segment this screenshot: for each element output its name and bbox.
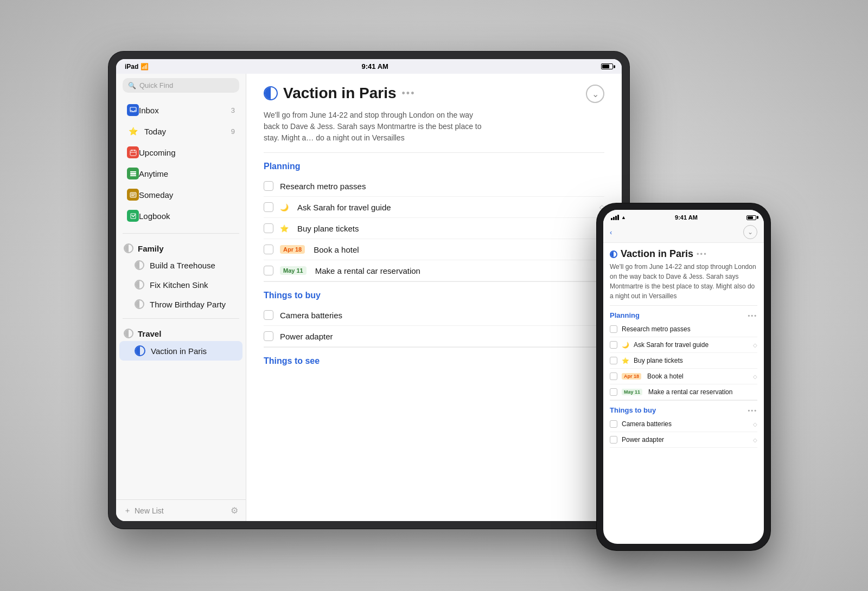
iphone-planning-more[interactable]: ••• — [748, 312, 757, 319]
anytime-label: Anytime — [139, 169, 235, 178]
svg-rect-1 — [130, 150, 136, 156]
logbook-label: Logbook — [139, 211, 235, 221]
iphone-project-title-row: Vaction in Paris ••• — [610, 243, 757, 262]
iphone-battery-icon — [746, 215, 756, 220]
iphone-label-rental: Make a rental car reservation — [648, 388, 757, 396]
ipad-device: iPad 📶 9:41 AM 🔍 Quick Find — [108, 52, 629, 529]
iphone-chevron-button[interactable]: ⌄ — [743, 225, 757, 239]
project-title-row: Vaction in Paris ••• — [264, 85, 415, 102]
iphone-device: ▲ 9:41 AM ‹ ⌄ Vactio — [597, 203, 770, 550]
iphone-deadline-camera: ◇ — [753, 421, 757, 427]
iphone-task-adapter[interactable]: Power adapter ◇ — [610, 432, 757, 448]
family-group-label: Family — [138, 244, 164, 253]
upcoming-icon — [127, 146, 139, 158]
iphone-rental-badge: May 11 — [622, 389, 642, 395]
iphone-checkbox-adapter[interactable] — [610, 436, 617, 444]
task-metro[interactable]: Research metro passes — [264, 176, 604, 197]
inbox-label: Inbox — [139, 106, 231, 115]
iphone-checkbox-camera[interactable] — [610, 420, 617, 428]
back-button[interactable]: ‹ — [610, 228, 612, 236]
task-adapter[interactable]: Power adapter ◇ — [264, 326, 604, 347]
iphone-label-camera: Camera batteries — [622, 420, 749, 428]
sidebar-item-kitchen[interactable]: Fix Kitchen Sink — [119, 275, 242, 294]
someday-icon — [127, 189, 139, 201]
main-scroll-area[interactable]: Planning Research metro passes 🌙 Ask Sar… — [246, 152, 622, 521]
sidebar-item-paris[interactable]: Vaction in Paris — [119, 341, 242, 361]
sidebar-item-treehouse[interactable]: Build a Treehouse — [119, 256, 242, 274]
task-checkbox-rental[interactable] — [264, 266, 273, 275]
task-hotel[interactable]: Apr 18 Book a hotel ◇ — [264, 239, 604, 260]
iphone-label-sarah: Ask Sarah for travel guide — [634, 341, 749, 349]
star-icon: ⭐ — [280, 224, 289, 233]
iphone-scroll[interactable]: Vaction in Paris ••• We'll go from June … — [603, 243, 764, 544]
settings-icon[interactable]: ⚙ — [231, 505, 238, 516]
chevron-button[interactable]: ⌄ — [586, 85, 604, 103]
sidebar-item-inbox[interactable]: Inbox 3 — [119, 100, 242, 120]
task-rental[interactable]: May 11 Make a rental car reservation — [264, 260, 604, 281]
task-plane[interactable]: ⭐ Buy plane tickets — [264, 218, 604, 239]
project-title-icon — [264, 86, 278, 100]
hotel-badge: Apr 18 — [280, 245, 305, 254]
task-checkbox-camera[interactable] — [264, 310, 273, 320]
svg-rect-5 — [130, 173, 136, 175]
iphone-more-dots[interactable]: ••• — [697, 250, 707, 258]
sidebar-group-family: Family — [116, 238, 246, 255]
iphone-task-rental[interactable]: May 11 Make a rental car reservation — [610, 384, 757, 400]
ipad-status-bar: iPad 📶 9:41 AM — [116, 59, 622, 74]
task-checkbox-adapter[interactable] — [264, 331, 273, 341]
iphone-task-camera[interactable]: Camera batteries ◇ — [610, 416, 757, 432]
iphone-task-plane[interactable]: ⭐ Buy plane tickets — [610, 353, 757, 369]
iphone-task-hotel[interactable]: Apr 18 Book a hotel ◇ — [610, 369, 757, 384]
someday-label: Someday — [139, 190, 235, 200]
task-label-sarah: Ask Sarah for travel guide — [297, 203, 593, 212]
task-label-camera: Camera batteries — [280, 311, 593, 320]
upcoming-label: Upcoming — [139, 148, 235, 157]
iphone-checkbox-sarah[interactable] — [610, 341, 617, 349]
paris-icon — [135, 345, 145, 356]
kitchen-icon — [135, 280, 144, 290]
signal-icon — [611, 215, 619, 220]
task-label-hotel: Book a hotel — [314, 245, 593, 254]
sidebar-item-today[interactable]: ⭐ Today 9 — [119, 121, 242, 142]
task-sarah[interactable]: 🌙 Ask Sarah for travel guide ◇ — [264, 197, 604, 218]
iphone-status-left: ▲ — [611, 215, 626, 220]
svg-rect-8 — [130, 192, 136, 197]
task-label-metro: Research metro passes — [280, 182, 604, 191]
task-checkbox-metro[interactable] — [264, 181, 273, 191]
anytime-icon — [127, 168, 139, 179]
task-checkbox-plane[interactable] — [264, 223, 273, 233]
sidebar-item-someday[interactable]: Someday — [119, 184, 242, 205]
iphone-time: 9:41 AM — [675, 214, 698, 221]
sidebar-item-anytime[interactable]: Anytime — [119, 163, 242, 184]
iphone-nav-bar: ‹ ⌄ — [603, 223, 764, 243]
new-list-button[interactable]: ＋ New List — [124, 506, 164, 516]
iphone-task-metro[interactable]: Research metro passes — [610, 322, 757, 337]
iphone-checkbox-metro[interactable] — [610, 325, 617, 333]
iphone-checkbox-plane[interactable] — [610, 357, 617, 364]
iphone-checkbox-hotel[interactable] — [610, 372, 617, 380]
sidebar-item-logbook[interactable]: Logbook — [119, 205, 242, 226]
iphone-task-sarah[interactable]: 🌙 Ask Sarah for travel guide ◇ — [610, 337, 757, 353]
task-checkbox-sarah[interactable] — [264, 202, 273, 212]
ipad-battery-icon — [601, 63, 613, 69]
quick-find-bar[interactable]: 🔍 Quick Find — [123, 78, 239, 93]
logbook-icon — [127, 210, 139, 222]
task-camera[interactable]: Camera batteries ◇ — [264, 305, 604, 326]
sidebar-item-birthday[interactable]: Throw Birthday Party — [119, 295, 242, 313]
more-dots-button[interactable]: ••• — [402, 88, 416, 99]
birthday-label: Throw Birthday Party — [150, 300, 235, 309]
iphone-section-buy: Things to buy ••• — [610, 400, 757, 416]
iphone-project-icon — [610, 250, 617, 258]
task-checkbox-hotel[interactable] — [264, 245, 273, 254]
iphone-checkbox-rental[interactable] — [610, 388, 617, 396]
paris-label: Vaction in Paris — [151, 346, 235, 356]
iphone-buy-more[interactable]: ••• — [748, 407, 757, 414]
travel-group-label: Travel — [138, 329, 161, 338]
inbox-count: 3 — [231, 106, 235, 114]
today-count: 9 — [231, 127, 235, 136]
iphone-label-metro: Research metro passes — [622, 325, 757, 333]
sidebar-item-upcoming[interactable]: Upcoming — [119, 142, 242, 163]
iphone-project-desc: We'll go from June 14-22 and stop throug… — [610, 262, 757, 305]
iphone-planning-label: Planning — [610, 311, 640, 319]
inbox-icon — [127, 104, 139, 116]
